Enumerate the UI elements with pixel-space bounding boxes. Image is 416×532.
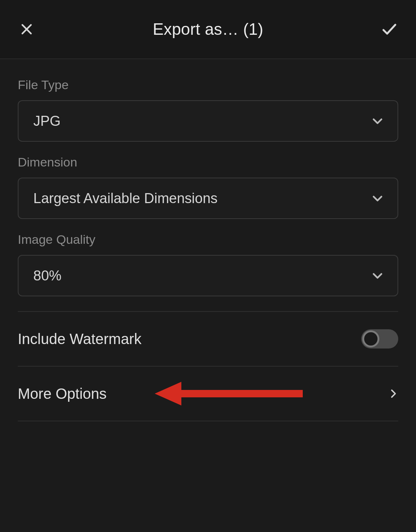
dialog-content: File Type JPG Dimension Largest Availabl… [0,59,416,421]
chevron-down-icon [371,192,384,205]
annotation-arrow [155,378,303,409]
chevron-right-icon [388,388,398,399]
dialog-title: Export as… (1) [153,20,264,38]
chevron-down-icon [371,114,384,128]
close-icon [19,22,34,37]
image-quality-value: 80% [33,268,61,284]
include-watermark-toggle[interactable] [361,329,398,349]
file-type-label: File Type [18,78,398,92]
svg-marker-2 [155,382,303,405]
more-options-label: More Options [18,385,107,402]
file-type-dropdown[interactable]: JPG [18,100,398,142]
dimension-label: Dimension [18,155,398,169]
close-button[interactable] [18,20,36,38]
include-watermark-label: Include Watermark [18,331,141,347]
image-quality-label: Image Quality [18,232,398,247]
dialog-header: Export as… (1) [0,0,416,59]
dimension-dropdown[interactable]: Largest Available Dimensions [18,178,398,219]
confirm-button[interactable] [380,20,398,38]
more-options-row[interactable]: More Options [18,367,398,421]
include-watermark-row: Include Watermark [18,312,398,367]
file-type-value: JPG [33,113,61,129]
toggle-knob [362,330,379,347]
dimension-value: Largest Available Dimensions [33,191,218,206]
checkmark-icon [380,20,398,38]
chevron-down-icon [371,269,384,282]
image-quality-dropdown[interactable]: 80% [18,255,398,296]
